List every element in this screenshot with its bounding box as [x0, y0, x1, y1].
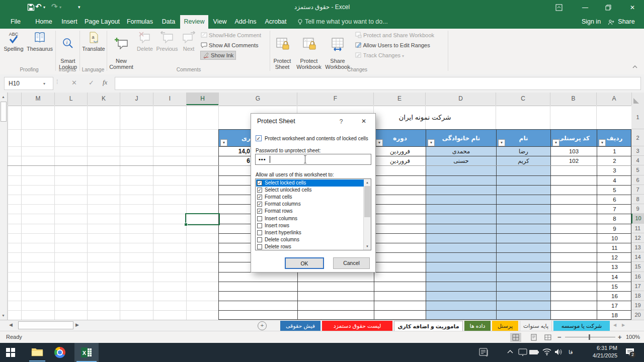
hscroll-left-icon[interactable]: ◀	[9, 322, 13, 327]
tab-scroll-left-icon[interactable]: ◀	[613, 323, 616, 327]
row-header-17[interactable]: 17	[631, 282, 644, 291]
protect-contents-checkbox[interactable]: ✓	[256, 135, 262, 141]
notification-center-icon[interactable]: 2	[625, 348, 634, 356]
thesaurus-button[interactable]: Thesaurus	[25, 30, 54, 66]
cell-family-row8[interactable]	[426, 195, 496, 205]
cell-name-row20[interactable]	[496, 311, 550, 320]
clock-date[interactable]: 4/21/2025	[581, 352, 617, 358]
cell-name-row12[interactable]	[496, 234, 550, 243]
cell-family-row17[interactable]	[426, 282, 496, 292]
cell-family-row18[interactable]	[426, 292, 496, 301]
sheet-tab-4[interactable]: داده ها	[464, 321, 491, 331]
cell-family-row20[interactable]	[426, 311, 496, 320]
cell-code-row13[interactable]	[550, 243, 597, 253]
cell-family-row15[interactable]	[426, 262, 496, 272]
row-header-9[interactable]: 9	[631, 204, 644, 214]
permission-option[interactable]: Delete rows	[256, 243, 364, 250]
cell-family-row13[interactable]	[426, 243, 496, 253]
cell-code-row17[interactable]	[550, 282, 597, 292]
filter-dropdown-icon[interactable]: ▼	[220, 139, 227, 146]
cell-dore-row18[interactable]	[374, 292, 426, 301]
collapse-ribbon-icon[interactable]	[632, 65, 638, 69]
cell-name-row4[interactable]: کریم	[496, 156, 550, 166]
cell-name-row9[interactable]	[496, 205, 550, 214]
tab-add-ins[interactable]: Add-Ins	[231, 15, 260, 29]
cell-dore-row8[interactable]	[374, 195, 426, 205]
new-comment-button[interactable]: New Comment	[109, 30, 134, 66]
row-header-18[interactable]: 18	[631, 291, 644, 301]
row-header-6[interactable]: 6	[631, 175, 644, 185]
cell-name-row17[interactable]	[496, 282, 550, 292]
cell-radif-row20[interactable]: 18	[597, 311, 631, 320]
permission-option[interactable]: ✓Format columns	[256, 201, 364, 208]
cell-name-row18[interactable]	[496, 292, 550, 301]
cell-g-row19[interactable]	[219, 301, 297, 311]
column-header-B[interactable]: B	[550, 93, 596, 105]
share-button[interactable]: Share	[615, 15, 638, 29]
sheet-tab-3[interactable]: ماموریت و اضافه کاری	[394, 321, 463, 331]
news-widget-icon[interactable]	[479, 348, 489, 356]
view-page-layout-button[interactable]	[530, 334, 537, 341]
sheet-tab-6[interactable]: پایه سنوات	[520, 321, 552, 331]
sign-in-button[interactable]: Sign in	[579, 15, 604, 29]
cell-code-row10[interactable]	[550, 214, 597, 224]
cell-name-row7[interactable]	[496, 186, 550, 195]
cell-dore-row9[interactable]	[374, 205, 426, 214]
permission-option[interactable]: Delete columns	[256, 236, 364, 243]
permission-option[interactable]: ✓Select unlocked cells	[256, 187, 364, 194]
close-button[interactable]: ✕	[625, 4, 640, 11]
protect-share-workbook-button[interactable]: Protect and Share Workbook	[355, 31, 434, 39]
dialog-help-button[interactable]: ?	[338, 118, 345, 125]
sheet-tab-5[interactable]: پرسنل	[492, 321, 518, 331]
show-all-comments-button[interactable]: Show All Comments	[201, 41, 259, 49]
cell-dore-row13[interactable]	[374, 243, 426, 253]
ok-button[interactable]: OK	[285, 257, 324, 269]
cell-dore-row17[interactable]	[374, 282, 426, 292]
ribbon-display-options-icon[interactable]	[555, 4, 562, 11]
cell-name-row15[interactable]	[496, 262, 550, 272]
column-header-partial[interactable]	[8, 93, 21, 105]
listbox-scroll-down-icon[interactable]: ▼	[366, 245, 369, 248]
cell-dore-row10[interactable]	[374, 214, 426, 224]
vertical-scrollbar[interactable]: ▲ ▼	[0, 93, 8, 320]
filter-dropdown-icon[interactable]: ▼	[498, 139, 505, 146]
row-header-19[interactable]: 19	[631, 301, 644, 310]
battery-icon[interactable]	[529, 349, 539, 355]
filter-dropdown-icon[interactable]: ▼	[599, 139, 606, 146]
cell-family-row7[interactable]	[426, 186, 496, 195]
cell-code-row11[interactable]	[550, 224, 597, 234]
listbox-scrollbar[interactable]: ▲ ▼	[363, 179, 371, 250]
permission-option[interactable]: Insert rows	[256, 222, 364, 229]
cell-dore-row12[interactable]	[374, 234, 426, 243]
cell-code-row18[interactable]	[550, 292, 597, 301]
cell-dore-row14[interactable]	[374, 253, 426, 262]
cell-family-row12[interactable]	[426, 234, 496, 243]
column-header-M[interactable]: M	[21, 93, 54, 105]
cell-g-row18[interactable]	[219, 292, 297, 301]
permission-option[interactable]: Insert hyperlinks	[256, 229, 364, 236]
next-comment-button[interactable]: Next	[179, 30, 198, 66]
selected-cell-H10[interactable]	[185, 213, 220, 225]
cell-radif-row19[interactable]: 17	[597, 301, 631, 311]
excel-taskbar-button[interactable]: X	[74, 343, 99, 362]
vertical-scroll-thumb[interactable]	[1, 102, 7, 122]
cell-code-row16[interactable]	[550, 273, 597, 282]
cell-radif-row8[interactable]: 6	[597, 195, 631, 205]
cell-dore-row16[interactable]	[374, 273, 426, 282]
column-header-E[interactable]: E	[373, 93, 425, 105]
sheet-tab-2[interactable]: لیست حقوق دستمزد	[322, 321, 392, 331]
tell-me-box[interactable]: Tell me what you want to do...	[305, 15, 406, 29]
row-header-10[interactable]: 10	[631, 214, 644, 223]
option-checkbox[interactable]	[257, 230, 262, 235]
row-header-8[interactable]: 8	[631, 195, 644, 204]
cell-code-row3[interactable]: 103	[550, 147, 597, 156]
cell-code-row15[interactable]	[550, 262, 597, 272]
column-header-G[interactable]: G	[218, 93, 297, 105]
table-header-code[interactable]: کد پرسنلی▼	[550, 130, 597, 147]
allow-users-edit-ranges-button[interactable]: Allow Users to Edit Ranges	[355, 41, 430, 49]
cell-family-row5[interactable]	[426, 166, 496, 175]
language-indicator[interactable]: فا	[569, 349, 573, 355]
cell-radif-row5[interactable]: 3	[597, 166, 631, 175]
option-checkbox[interactable]: ✓	[257, 180, 262, 186]
hscroll-right-icon[interactable]: ▶	[75, 322, 79, 327]
